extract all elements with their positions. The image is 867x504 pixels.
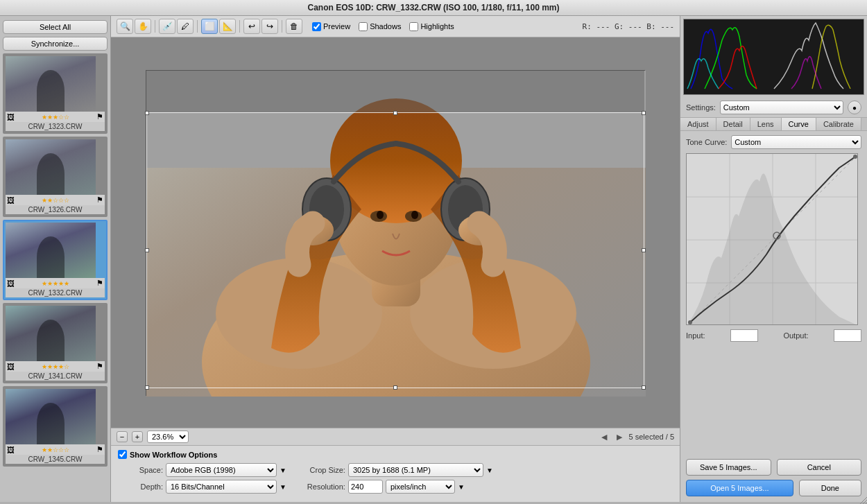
undo-button[interactable]: ↩ xyxy=(243,19,260,34)
thumb-icon-1: 🖼 xyxy=(7,113,15,121)
save-images-button[interactable]: Save 5 Images... xyxy=(686,459,771,476)
silhouette-1 xyxy=(37,70,65,112)
thumb-stars-3: ★★★★★ xyxy=(42,280,69,287)
curve-graph[interactable] xyxy=(686,153,858,325)
silhouette-5 xyxy=(37,403,65,444)
thumb-name-5: CRW_1345.CRW xyxy=(6,455,105,464)
tone-curve-label: Tone Curve: xyxy=(686,138,727,146)
bottom-btn-row: Open 5 Images... Done xyxy=(686,480,861,496)
output-field[interactable] xyxy=(834,329,861,342)
thumbnail-1[interactable]: 🖼 ★★★☆☆ ⚑ CRW_1323.CRW xyxy=(3,53,108,134)
select-all-button[interactable]: Select All xyxy=(3,20,108,34)
input-label: Input: xyxy=(686,331,705,340)
cancel-button[interactable]: Cancel xyxy=(777,459,862,476)
done-button[interactable]: Done xyxy=(799,480,861,496)
tab-adjust[interactable]: Adjust xyxy=(680,118,716,130)
space-arrow-icon: ▼ xyxy=(280,467,286,474)
zoom-select[interactable]: 23.6% xyxy=(147,431,189,443)
crop-size-label: Crop Size: xyxy=(300,466,345,474)
input-field[interactable] xyxy=(730,329,758,342)
svg-point-29 xyxy=(853,155,857,159)
thumb-flag-5: ⚑ xyxy=(96,445,103,454)
thumb-flag-1: ⚑ xyxy=(96,112,103,121)
main-photo xyxy=(146,70,645,396)
right-panel: Settings: Custom ● Adjust Detail Lens Cu… xyxy=(680,16,867,502)
workflow-title-bar: Show Workflow Options xyxy=(118,450,673,459)
eyedropper-tool-button[interactable]: 💉 xyxy=(159,19,175,34)
redo-button[interactable]: ↪ xyxy=(261,19,278,34)
synchronize-button[interactable]: Synchronize... xyxy=(3,37,108,51)
crop-handle-bc[interactable] xyxy=(393,385,397,390)
space-label: Space: xyxy=(118,466,163,474)
toolbar-sep-2 xyxy=(197,20,198,33)
settings-select[interactable]: Custom xyxy=(720,101,843,114)
tab-calibrate[interactable]: Calibrate xyxy=(816,118,861,130)
open-images-button[interactable]: Open 5 Images... xyxy=(686,480,793,496)
resolution-label: Resolution: xyxy=(300,483,345,491)
thumb-icon-3: 🖼 xyxy=(7,279,15,288)
tone-curve-header: Tone Curve: Custom xyxy=(686,135,861,149)
tab-curve[interactable]: Curve xyxy=(782,118,816,130)
thumbnail-3[interactable]: 🖼 ★★★★★ ⚑ CRW_1332.CRW xyxy=(3,220,108,300)
image-area[interactable] xyxy=(111,37,680,428)
tone-curve-select[interactable]: Custom xyxy=(731,135,861,149)
crop-handle-br[interactable] xyxy=(642,385,646,390)
histogram xyxy=(683,19,864,95)
zoom-tool-button[interactable]: 🔍 xyxy=(117,19,133,34)
highlights-check-label[interactable]: Highlights xyxy=(409,22,454,31)
thumbnail-4[interactable]: 🖼 ★★★★☆ ⚑ CRW_1341.CRW xyxy=(3,303,108,383)
bottom-bar: − + 23.6% ◀ ▶ 5 selected / 5 xyxy=(111,428,680,445)
crop-handle-mr[interactable] xyxy=(642,248,646,252)
thumb-flag-4: ⚑ xyxy=(96,362,103,371)
crop-handle-tc[interactable] xyxy=(393,111,397,115)
thumbnail-5[interactable]: 🖼 ★★☆☆☆ ⚑ CRW_1345.CRW xyxy=(3,386,108,467)
crop-handle-tl[interactable] xyxy=(145,111,149,115)
resize-handle[interactable] xyxy=(859,496,867,504)
straighten-tool-button[interactable]: 📐 xyxy=(219,19,236,34)
space-select[interactable]: Adobe RGB (1998) xyxy=(166,463,277,477)
top-btn-row: Save 5 Images... Cancel xyxy=(686,459,861,476)
workflow-options: Show Workflow Options Space: Adobe RGB (… xyxy=(111,445,680,502)
crop-size-select[interactable]: 3025 by 1688 (5.1 MP) xyxy=(348,463,483,477)
nav-prev-button[interactable]: ◀ xyxy=(599,431,610,442)
thumb-meta-2: 🖼 ★★☆☆☆ ⚑ xyxy=(6,195,105,205)
crop-row: Crop Size: 3025 by 1688 (5.1 MP) ▼ xyxy=(300,463,493,477)
trash-button[interactable]: 🗑 xyxy=(286,19,302,34)
thumb-meta-1: 🖼 ★★★☆☆ ⚑ xyxy=(6,112,105,122)
crop-handle-bl[interactable] xyxy=(145,385,149,390)
preview-checkbox[interactable] xyxy=(312,22,321,31)
zoom-in-button[interactable]: + xyxy=(132,431,143,442)
thumb-image-2 xyxy=(6,139,96,195)
highlights-checkbox[interactable] xyxy=(409,22,418,31)
zoom-out-button[interactable]: − xyxy=(117,431,128,442)
thumbnail-2[interactable]: 🖼 ★★☆☆☆ ⚑ CRW_1326.CRW xyxy=(3,137,108,217)
hand-tool-button[interactable]: ✋ xyxy=(135,19,151,34)
crop-handle-tr[interactable] xyxy=(642,111,646,115)
settings-menu-button[interactable]: ● xyxy=(848,101,861,114)
toolbar-checks: Preview Shadows Highlights xyxy=(312,22,454,31)
preview-check-label[interactable]: Preview xyxy=(312,22,350,31)
crop-tool-button[interactable]: ⬜ xyxy=(201,19,218,34)
res-arrow-icon: ▼ xyxy=(458,483,465,491)
thumb-flag-2: ⚑ xyxy=(96,195,103,205)
tab-detail[interactable]: Detail xyxy=(716,118,750,130)
title-text: Canon EOS 10D: CRW_1332.CRW (ISO 100, 1/… xyxy=(307,3,559,12)
resolution-input[interactable] xyxy=(348,480,383,494)
color-sampler-button[interactable]: 🖊 xyxy=(177,19,194,34)
thumb-stars-2: ★★☆☆☆ xyxy=(42,197,69,204)
shadows-check-label[interactable]: Shadows xyxy=(359,22,401,31)
highlights-label: Highlights xyxy=(420,22,454,31)
svg-rect-18 xyxy=(684,19,864,95)
resolution-unit-select[interactable]: pixels/inch xyxy=(386,480,455,494)
nav-next-button[interactable]: ▶ xyxy=(614,431,625,442)
depth-select[interactable]: 16 Bits/Channel xyxy=(166,480,277,494)
shadows-checkbox[interactable] xyxy=(359,22,368,31)
sidebar: Select All Synchronize... 🖼 ★★★☆☆ ⚑ CRW_… xyxy=(0,16,111,502)
crop-handle-ml[interactable] xyxy=(145,248,149,252)
depth-label: Depth: xyxy=(118,483,163,491)
workflow-left-col: Space: Adobe RGB (1998) ▼ Depth: 16 Bits… xyxy=(118,463,286,496)
preview-label: Preview xyxy=(323,22,350,31)
workflow-checkbox[interactable] xyxy=(118,450,127,459)
tab-lens[interactable]: Lens xyxy=(750,118,782,130)
selection-count: 5 selected / 5 xyxy=(629,433,674,441)
